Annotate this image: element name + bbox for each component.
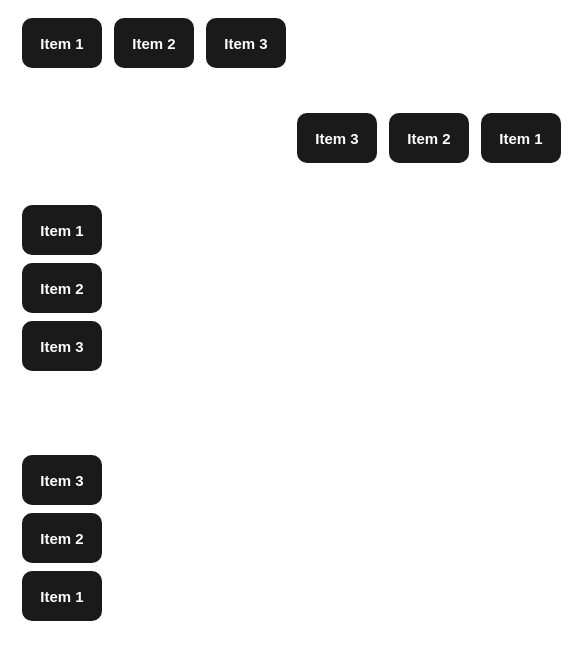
row3-item2[interactable]: Item 2 (22, 263, 102, 313)
row2-item1[interactable]: Item 1 (481, 113, 561, 163)
row4-item1[interactable]: Item 1 (22, 571, 102, 621)
row1-group: Item 1 Item 2 Item 3 (22, 18, 286, 68)
row2-item3[interactable]: Item 3 (297, 113, 377, 163)
row1-item2[interactable]: Item 2 (114, 18, 194, 68)
row4-item2[interactable]: Item 2 (22, 513, 102, 563)
row3-group: Item 1 Item 2 Item 3 (22, 205, 102, 371)
row3-item1[interactable]: Item 1 (22, 205, 102, 255)
row1-item3[interactable]: Item 3 (206, 18, 286, 68)
row4-item3[interactable]: Item 3 (22, 455, 102, 505)
row2-item2[interactable]: Item 2 (389, 113, 469, 163)
row4-group: Item 3 Item 2 Item 1 (22, 455, 102, 621)
row2-group: Item 3 Item 2 Item 1 (297, 113, 561, 163)
row3-item3[interactable]: Item 3 (22, 321, 102, 371)
row1-item1[interactable]: Item 1 (22, 18, 102, 68)
